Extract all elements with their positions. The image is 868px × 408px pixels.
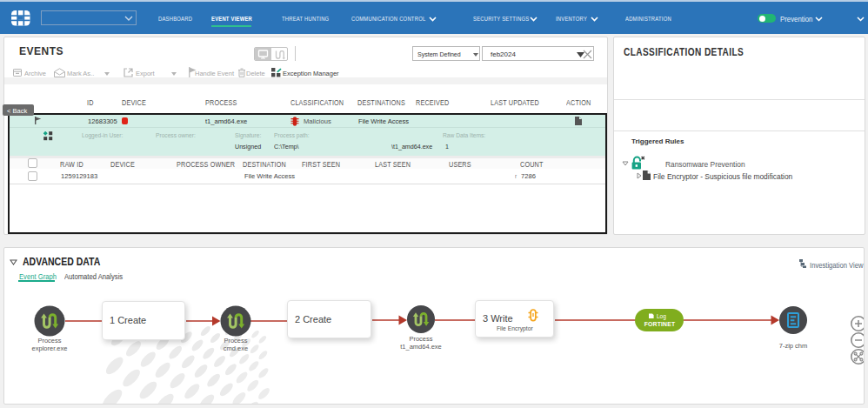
- svg-text:Log: Log: [657, 313, 666, 320]
- svg-text:FORTINET: FORTINET: [644, 321, 676, 327]
